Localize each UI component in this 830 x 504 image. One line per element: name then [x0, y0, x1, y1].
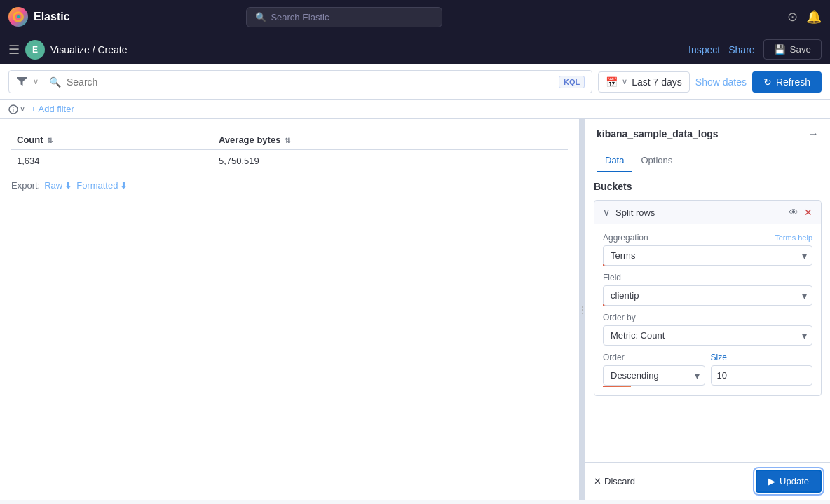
eye-icon[interactable]: 👁	[789, 207, 798, 218]
column-avg-bytes-label: Average bytes	[219, 135, 280, 145]
tab-data-label: Data	[605, 155, 624, 165]
breadcrumb: Visualize / Create	[50, 44, 127, 55]
show-dates-button[interactable]: Show dates	[695, 76, 747, 88]
field-label-row: Field	[603, 273, 812, 282]
discard-icon: ✕	[594, 476, 601, 486]
main-content: Count ⇅ Average bytes ⇅ 1,634 5,750.519 …	[0, 119, 830, 500]
inspect-button[interactable]: Inspect	[688, 44, 720, 55]
add-filter-button[interactable]: + Add filter	[31, 104, 74, 114]
order-by-label: Order by	[603, 313, 636, 322]
search-field-wrap: ∨ 🔍 KQL	[8, 70, 592, 93]
breadcrumb-current: Create	[97, 44, 127, 55]
global-search[interactable]: 🔍 Search Elastic	[246, 7, 442, 27]
panel-collapse-icon[interactable]: →	[808, 128, 819, 140]
share-button[interactable]: Share	[728, 44, 754, 55]
table-row: 1,634 5,750.519	[11, 150, 568, 172]
calendar-chevron: ∨	[622, 77, 627, 86]
cell-avg-bytes: 5,750.519	[213, 150, 568, 172]
aggregation-label: Aggregation	[603, 233, 648, 243]
action-bar: ✕ Discard ▶ Update	[585, 462, 830, 500]
save-button[interactable]: 💾 Save	[763, 39, 822, 60]
search-icon: 🔍	[255, 12, 266, 22]
nav-icons: ⊙ 🔔	[787, 9, 822, 25]
bucket-body: Aggregation Terms help Terms	[594, 224, 821, 395]
help-icon[interactable]: ⊙	[787, 9, 798, 25]
export-formatted-link[interactable]: Formatted ⬇	[76, 180, 128, 191]
aggregation-select-wrap: Terms	[603, 245, 812, 266]
order-by-select[interactable]: Metric: Count	[603, 325, 812, 346]
tab-options-label: Options	[641, 155, 672, 165]
field-field: Field clientip	[603, 273, 812, 306]
field-select[interactable]: clientip	[603, 285, 812, 306]
breadcrumb-parent[interactable]: Visualize	[50, 44, 90, 55]
close-icon[interactable]: ✕	[804, 207, 812, 218]
update-play-icon: ▶	[768, 476, 775, 486]
save-label: Save	[790, 44, 811, 55]
column-count-label: Count	[17, 135, 43, 145]
size-label-row: Size	[711, 353, 813, 362]
size-field: Size	[711, 353, 813, 387]
refresh-icon: ↻	[763, 76, 772, 88]
refresh-button[interactable]: ↻ Refresh	[752, 71, 822, 93]
global-search-placeholder: Search Elastic	[271, 12, 329, 22]
column-count[interactable]: Count ⇅	[11, 130, 213, 150]
cell-count: 1,634	[11, 150, 213, 172]
export-raw-label: Raw	[44, 180, 62, 191]
breadcrumb-bar: ☰ E Visualize / Create Inspect Share 💾 S…	[0, 34, 830, 64]
bucket-chevron-icon[interactable]: ∨	[603, 207, 610, 218]
save-icon: 💾	[774, 44, 786, 55]
dropdown-chevron: ∨	[20, 104, 25, 114]
export-formatted-label: Formatted	[76, 180, 118, 191]
search-magnifier-icon: 🔍	[49, 76, 61, 88]
bucket-header: ∨ Split rows 👁 ✕	[594, 201, 821, 224]
dropdown-icon: ∨	[33, 77, 39, 86]
top-navigation: Elastic 🔍 Search Elastic ⊙ 🔔	[0, 0, 830, 34]
panel-tabs: Data Options	[585, 149, 830, 172]
order-underline	[603, 386, 631, 387]
export-row: Export: Raw ⬇ Formatted ⬇	[11, 180, 568, 191]
elastic-logo[interactable]: Elastic	[8, 7, 70, 27]
panel-body: Buckets ∨ Split rows 👁 ✕ Aggregation	[585, 172, 830, 462]
order-select[interactable]: Descending	[603, 365, 705, 386]
order-label: Order	[603, 353, 625, 362]
order-by-label-row: Order by	[603, 313, 812, 322]
update-button[interactable]: ▶ Update	[756, 470, 822, 493]
terms-help-link[interactable]: Terms help	[775, 233, 812, 242]
filter-indicator-icon[interactable]: i ∨	[8, 104, 25, 114]
order-by-select-wrap: Metric: Count	[603, 325, 812, 346]
tab-options[interactable]: Options	[632, 149, 681, 172]
field-label: Field	[603, 273, 621, 282]
size-input[interactable]	[711, 365, 813, 386]
bell-icon[interactable]: 🔔	[806, 9, 822, 25]
svg-text:i: i	[13, 107, 14, 114]
index-selector[interactable]: ∨	[33, 77, 43, 86]
search-input[interactable]	[67, 76, 553, 88]
sort-icon: ⇅	[47, 137, 53, 144]
logo-icon	[8, 7, 28, 27]
size-label: Size	[711, 353, 727, 362]
discard-button[interactable]: ✕ Discard	[594, 476, 635, 486]
export-raw-link[interactable]: Raw ⬇	[44, 180, 72, 191]
export-label: Export:	[11, 180, 40, 191]
calendar-icon: 📅	[606, 76, 618, 88]
bucket-item: ∨ Split rows 👁 ✕ Aggregation Terms help	[594, 200, 822, 396]
order-select-wrap: Descending	[603, 365, 705, 386]
kql-badge[interactable]: KQL	[559, 76, 585, 88]
order-field: Order Descending	[603, 353, 705, 387]
tab-data[interactable]: Data	[597, 149, 632, 172]
right-panel: kibana_sample_data_logs → Data Options B…	[585, 119, 830, 500]
breadcrumb-actions: Inspect Share 💾 Save	[688, 39, 822, 60]
time-picker[interactable]: 📅 ∨ Last 7 days	[598, 71, 690, 93]
buckets-title: Buckets	[594, 181, 822, 192]
filter-row: i ∨ + Add filter	[0, 100, 830, 119]
filter-icon	[16, 75, 27, 88]
right-panel-header: kibana_sample_data_logs →	[585, 119, 830, 149]
data-table: Count ⇅ Average bytes ⇅ 1,634 5,750.519	[11, 130, 568, 172]
download-raw-icon: ⬇	[64, 180, 72, 191]
menu-icon[interactable]: ☰	[8, 42, 20, 57]
aggregation-field: Aggregation Terms help Terms	[603, 233, 812, 266]
aggregation-label-row: Aggregation Terms help	[603, 233, 812, 243]
column-avg-bytes[interactable]: Average bytes ⇅	[213, 130, 568, 150]
aggregation-select[interactable]: Terms	[603, 245, 812, 266]
app-title: Elastic	[34, 11, 70, 23]
